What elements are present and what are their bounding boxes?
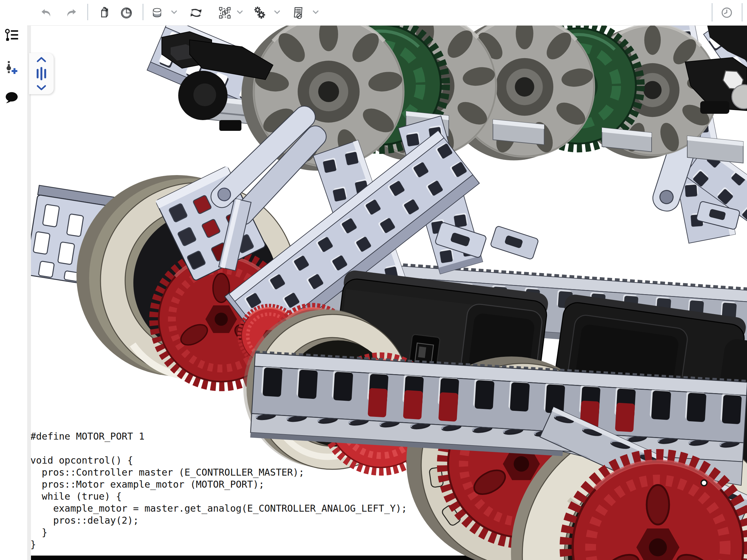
undo-button[interactable] <box>39 5 54 20</box>
top-toolbar <box>0 0 747 25</box>
add-step-button[interactable] <box>4 61 19 75</box>
double-gear-icon <box>253 6 267 20</box>
selection-marquee-icon <box>218 6 232 20</box>
insert-button[interactable] <box>97 5 112 20</box>
hide-items-button[interactable] <box>291 5 306 20</box>
left-sidebar <box>0 0 27 560</box>
chevron-up-icon[interactable] <box>36 56 47 63</box>
toolbar-divider <box>87 4 88 20</box>
node-plus-icon <box>4 61 19 75</box>
chevron-down-icon <box>171 9 178 15</box>
code-overlay: #define MOTOR_PORT 1 void opcontrol() { … <box>30 430 407 551</box>
chevron-down-icon <box>236 9 243 15</box>
rotate-3d-button[interactable] <box>188 5 204 20</box>
rotate-arrows-icon <box>189 6 203 20</box>
settings-dropdown-chevron[interactable] <box>274 9 281 15</box>
selection-box-button[interactable] <box>217 5 233 20</box>
selection-dropdown-chevron[interactable] <box>236 9 243 15</box>
structure-tree-button[interactable] <box>4 28 19 43</box>
pie-chart-icon <box>120 6 133 19</box>
undo-arrow-icon <box>40 6 53 19</box>
bracket-tab-2 <box>490 226 539 260</box>
tune-sliders-icon[interactable] <box>35 67 48 81</box>
comments-button[interactable] <box>4 91 19 105</box>
toolbar-divider <box>143 4 144 20</box>
redo-button[interactable] <box>63 5 79 20</box>
speech-bubble-icon <box>4 91 19 105</box>
insert-part-icon <box>98 6 111 19</box>
history-button[interactable] <box>719 5 735 20</box>
mate-point-marker <box>701 480 707 486</box>
toolbar-divider <box>712 3 713 22</box>
mate-dropdown-chevron[interactable] <box>171 9 178 15</box>
toolbar-divider <box>742 3 743 22</box>
document-hidden-icon <box>291 6 305 20</box>
chevron-down-icon <box>274 9 281 15</box>
chevron-down-icon <box>312 9 319 15</box>
section-pie-button[interactable] <box>119 5 134 20</box>
settings-gears-button[interactable] <box>252 5 267 20</box>
panel-toggle-handle[interactable] <box>29 53 54 94</box>
tree-list-icon <box>4 28 19 43</box>
hide-items-dropdown-chevron[interactable] <box>312 9 319 15</box>
clock-icon <box>720 6 733 19</box>
redo-arrow-icon <box>65 6 77 19</box>
cylinder-icon <box>151 6 163 19</box>
chevron-down-icon[interactable] <box>36 84 47 91</box>
mate-cylinder-button[interactable] <box>150 5 165 20</box>
